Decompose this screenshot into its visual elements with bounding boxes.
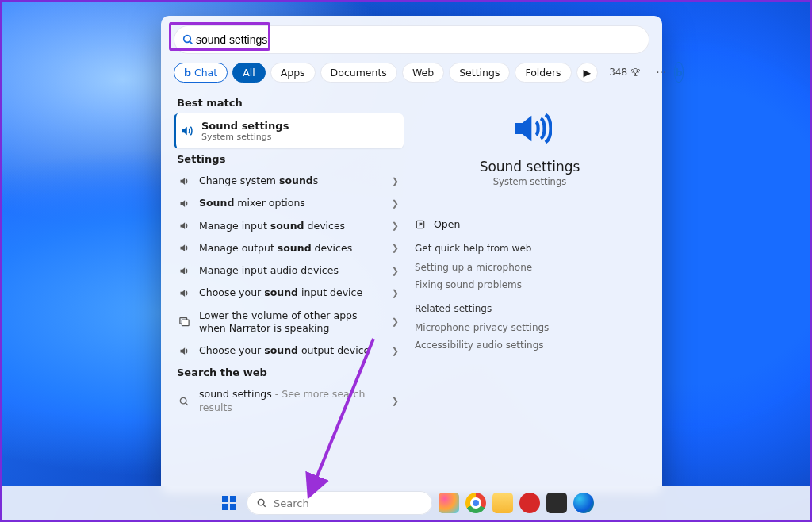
chevron-right-icon: ❯ [392,346,399,356]
best-match-item[interactable]: Sound settings System settings [174,113,404,148]
taskbar-app-chrome[interactable] [465,493,486,513]
svg-rect-9 [230,496,236,502]
taskbar-search-placeholder: Search [274,497,309,509]
svg-line-13 [263,505,266,507]
svg-point-0 [184,36,191,43]
taskbar-app-copilot[interactable] [439,493,459,513]
open-action[interactable]: Open [415,215,645,233]
svg-rect-3 [182,320,189,326]
speaker-icon [177,242,191,254]
preview-title: Sound settings [415,159,645,175]
open-icon [415,219,426,230]
result-label: Sound mixer options [199,197,384,209]
preview-subtitle: System settings [415,176,645,187]
best-match-sub: System settings [201,132,289,142]
start-search-panel: b Chat All Apps Documents Web Settings F… [161,16,662,493]
taskbar-app-edge[interactable] [573,493,594,513]
svg-point-4 [180,397,186,404]
chevron-right-icon: ❯ [392,317,399,327]
best-match-heading: Best match [177,97,404,109]
taskbar: Search [2,486,810,520]
chevron-right-icon: ❯ [392,266,399,276]
search-web-heading: Search the web [177,367,404,378]
quick-help-heading: Get quick help from web [415,243,645,254]
overflow-menu[interactable]: ··· [653,66,669,79]
result-label: Manage output sound devices [199,242,384,255]
settings-result-item[interactable]: Manage output sound devices❯ [174,237,404,259]
search-icon [182,33,194,46]
result-label: Lower the volume of other apps when Narr… [199,309,384,336]
result-label: Manage input audio devices [199,264,384,277]
filter-bar: b Chat All Apps Documents Web Settings F… [174,62,649,83]
result-label: Manage input sound devices [199,220,384,232]
settings-result-item[interactable]: Sound mixer options❯ [174,192,404,214]
preview-column: Sound settings System settings Open Get … [404,89,662,493]
result-label: Choose your sound output device [199,344,384,357]
apps-icon [177,316,191,328]
search-input[interactable] [194,33,642,47]
speaker-icon [179,124,193,138]
svg-line-1 [190,41,192,44]
web-search-item[interactable]: sound settings - See more search results… [174,383,404,419]
settings-result-item[interactable]: Choose your sound output device❯ [174,340,404,362]
results-column: Best match Sound settings System setting… [161,89,404,493]
search-icon [256,497,267,509]
rewards-points[interactable]: 348 🏆︎ [609,67,640,78]
chevron-right-icon: ❯ [392,243,399,253]
start-button[interactable] [218,492,240,514]
filter-all[interactable]: All [232,63,266,83]
speaker-icon [177,198,191,209]
filter-folders[interactable]: Folders [515,63,571,83]
chevron-right-icon: ❯ [392,221,399,231]
settings-heading: Settings [177,153,404,165]
svg-rect-10 [222,504,228,510]
result-label: Change system sounds [199,175,384,187]
taskbar-app-explorer[interactable] [492,493,513,513]
settings-result-item[interactable]: Change system sounds❯ [174,170,404,192]
open-bing-button[interactable]: b [674,62,683,83]
taskbar-search[interactable]: Search [247,491,432,515]
settings-result-item[interactable]: Lower the volume of other apps when Narr… [174,305,404,340]
best-match-title: Sound settings [201,120,289,132]
chevron-right-icon: ❯ [392,396,399,406]
svg-point-12 [258,499,264,505]
taskbar-app-generic-dark[interactable] [546,493,567,513]
related-setting-link[interactable]: Microphone privacy settings [415,319,645,336]
filter-settings[interactable]: Settings [449,63,510,83]
trophy-icon: 🏆︎ [630,67,640,78]
settings-result-item[interactable]: Manage input audio devices❯ [174,259,404,282]
chevron-right-icon: ❯ [392,288,399,298]
search-bar[interactable] [174,25,649,54]
chevron-right-icon: ❯ [392,198,399,209]
filter-web[interactable]: Web [402,63,444,83]
filter-apps[interactable]: Apps [270,63,316,83]
filter-more[interactable]: ▶ [576,63,599,83]
svg-line-5 [186,402,188,405]
bing-b-icon: b [675,67,682,79]
speaker-icon [177,287,191,299]
speaker-icon [177,175,191,187]
speaker-icon [177,265,191,277]
quick-help-link[interactable]: Fixing sound problems [415,276,645,294]
related-heading: Related settings [415,303,645,314]
related-setting-link[interactable]: Accessibility audio settings [415,336,645,354]
divider [415,205,645,205]
play-icon: ▶ [584,67,592,79]
speaker-icon [508,106,552,151]
taskbar-app-generic-red[interactable] [519,493,540,513]
settings-result-item[interactable]: Manage input sound devices❯ [174,215,404,237]
search-icon [177,396,191,407]
chevron-right-icon: ❯ [392,176,399,186]
web-search-label: sound settings - See more search results [199,388,384,414]
filter-documents[interactable]: Documents [320,63,397,83]
result-label: Choose your sound input device [199,286,384,299]
bing-b-icon: b [184,67,191,79]
speaker-icon [177,345,191,357]
svg-rect-8 [222,496,228,502]
svg-rect-11 [230,504,236,510]
filter-chat[interactable]: b Chat [174,63,228,83]
quick-help-link[interactable]: Setting up a microphone [415,259,645,276]
speaker-icon [177,220,191,232]
settings-result-item[interactable]: Choose your sound input device❯ [174,282,404,304]
